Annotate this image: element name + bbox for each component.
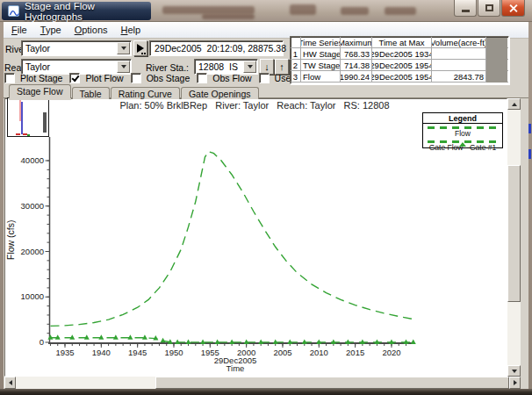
- table-header-row: Time Series Maximum Time at Max Volume(a…: [291, 37, 508, 48]
- close-icon: [508, 4, 518, 13]
- menu-file[interactable]: File: [11, 25, 27, 35]
- tab-stage-flow[interactable]: Stage Flow: [9, 84, 71, 98]
- triangle-marker-icon: [459, 142, 466, 147]
- thumbnail-section-line: [21, 102, 23, 134]
- legend: Legend Flow Gate Flow - Gate #1: [422, 112, 503, 148]
- background-window-artifact: [341, 7, 369, 15]
- datetime-display-field: 29Dec2005 20:12:09, 28875.38: [149, 40, 284, 56]
- checkbox-label: Plot Flow: [85, 73, 123, 83]
- window-border-right: [528, 22, 532, 389]
- minimize-icon: [462, 10, 470, 12]
- reach-value: Taylor: [22, 61, 117, 72]
- plot-title: Plan: 50% BrklBRep River: Taylor Reach: …: [88, 100, 421, 111]
- table-scroll-filler: [486, 38, 507, 83]
- window-border-bottom: [0, 389, 532, 395]
- play-icon: [137, 44, 144, 53]
- title-area: Stage and Flow Hydrographs: [2, 2, 151, 20]
- arrow-down-icon: [512, 370, 517, 373]
- checkbox-label: Obs Flow: [212, 73, 251, 83]
- chevron-down-icon[interactable]: [243, 61, 256, 73]
- stage-flow-hydrographs-window: Stage and Flow Hydrographs File Type Opt…: [0, 0, 532, 395]
- row-num: 2: [291, 60, 301, 70]
- legend-entry-flow: Flow: [423, 126, 502, 138]
- river-value: Taylor: [22, 43, 117, 54]
- background-window-artifact: [290, 4, 316, 15]
- checkbox-use-ref-stage[interactable]: [259, 73, 270, 83]
- background-window-artifact: [385, 7, 416, 15]
- tab-rating-curve[interactable]: Rating Curve: [111, 87, 180, 99]
- menu-type[interactable]: Type: [40, 25, 61, 35]
- tab-table[interactable]: Table: [72, 87, 110, 99]
- checkbox-obs-flow[interactable]: [197, 73, 207, 83]
- chevron-down-icon[interactable]: [117, 42, 130, 54]
- vertical-scrollbar[interactable]: [507, 98, 521, 377]
- y-axis-label: Flow (cfs): [5, 220, 16, 261]
- close-button[interactable]: [501, 0, 525, 17]
- cell-series: HW Stage: [301, 48, 341, 59]
- arrow-left-icon: [9, 380, 12, 385]
- maximize-button[interactable]: [478, 0, 500, 17]
- vertical-scroll-thumb[interactable]: [507, 165, 521, 302]
- checkbox-obs-stage[interactable]: [131, 73, 141, 83]
- menu-options[interactable]: Options: [75, 25, 108, 35]
- arrow-down-icon: ↓: [264, 61, 270, 72]
- tab-gate-openings[interactable]: Gate Openings: [181, 87, 259, 99]
- cell-series: Flow: [301, 71, 341, 82]
- ellipsis-dots-icon: [141, 53, 146, 54]
- row-num: 1: [291, 48, 301, 59]
- horizontal-scrollbar[interactable]: [4, 377, 521, 389]
- thumbnail-scrollbar: [43, 112, 47, 133]
- background-window-artifact: [162, 6, 255, 14]
- river-select[interactable]: Taylor: [21, 40, 132, 56]
- checkbox-plot-stage[interactable]: [4, 73, 15, 83]
- scroll-right-button[interactable]: [509, 377, 521, 389]
- cell-maximum: 768.33: [341, 48, 372, 59]
- cell-maximum: 41990.24: [341, 71, 372, 82]
- legend-title: Legend: [423, 113, 502, 124]
- minimize-button[interactable]: [454, 0, 477, 17]
- max-values-table: Time Series Maximum Time at Max Volume(a…: [290, 36, 509, 84]
- cell-series: TW Stage: [301, 60, 341, 70]
- horizontal-scroll-thumb[interactable]: [155, 377, 509, 389]
- plot-options-row: Plot Stage Plot Flow Obs Stage Obs Flow …: [4, 72, 336, 84]
- cross-section-thumbnail[interactable]: [7, 97, 49, 137]
- background-window-artifact: [202, 14, 255, 19]
- scroll-left-button[interactable]: [4, 377, 16, 389]
- tabbar: Stage Flow Table Rating Curve Gate Openi…: [4, 84, 528, 98]
- header-time-at-max: Time at Max: [372, 37, 432, 47]
- scroll-up-button[interactable]: [507, 98, 521, 110]
- checkbox-plot-flow[interactable]: [69, 73, 80, 83]
- header-maximum: Maximum: [341, 37, 372, 47]
- legend-label: Flow: [423, 129, 502, 138]
- table-row: 2 TW Stage 714.38 29Dec2005 1954: [291, 60, 508, 71]
- animate-play-button[interactable]: [133, 40, 147, 56]
- titlebar[interactable]: Stage and Flow Hydrographs: [0, 0, 532, 22]
- menu-help[interactable]: Help: [121, 25, 141, 35]
- header-row-num: [291, 37, 301, 47]
- legend-entry-gate-flow: Gate Flow - Gate #1: [423, 140, 502, 152]
- hydrograph-app-icon: [8, 5, 19, 17]
- cell-time-at-max: 29Dec2005 1954: [372, 71, 432, 82]
- cell-volume: [432, 60, 486, 70]
- cell-maximum: 714.38: [341, 60, 372, 70]
- thumbnail-marker: [16, 133, 20, 135]
- header-time-series: Time Series: [301, 37, 341, 47]
- river-sta-value: 12808 IS: [195, 61, 243, 72]
- window-title: Stage and Flow Hydrographs: [25, 1, 151, 22]
- thumbnail-marker: [27, 134, 30, 136]
- cell-volume: 2843.78: [432, 71, 486, 82]
- table-row: 3 Flow 41990.24 29Dec2005 1954 2843.78: [291, 71, 508, 83]
- arrow-up-icon: [512, 103, 517, 106]
- header-volume: Volume(acre-ft): [432, 37, 486, 47]
- arrow-right-icon: [514, 380, 517, 385]
- chevron-down-icon[interactable]: [117, 61, 130, 73]
- cell-volume: [432, 48, 486, 59]
- arrow-up-icon: ↑: [279, 61, 284, 72]
- cell-time-at-max: 29Dec2005 1934: [372, 48, 432, 59]
- checkbox-label: Obs Stage: [147, 73, 191, 83]
- row-num: 3: [291, 71, 301, 82]
- maximize-icon: [485, 4, 493, 11]
- table-row: 1 HW Stage 768.33 29Dec2005 1934: [291, 48, 508, 60]
- checkbox-label: Plot Stage: [20, 73, 62, 83]
- scroll-down-button[interactable]: [507, 365, 521, 377]
